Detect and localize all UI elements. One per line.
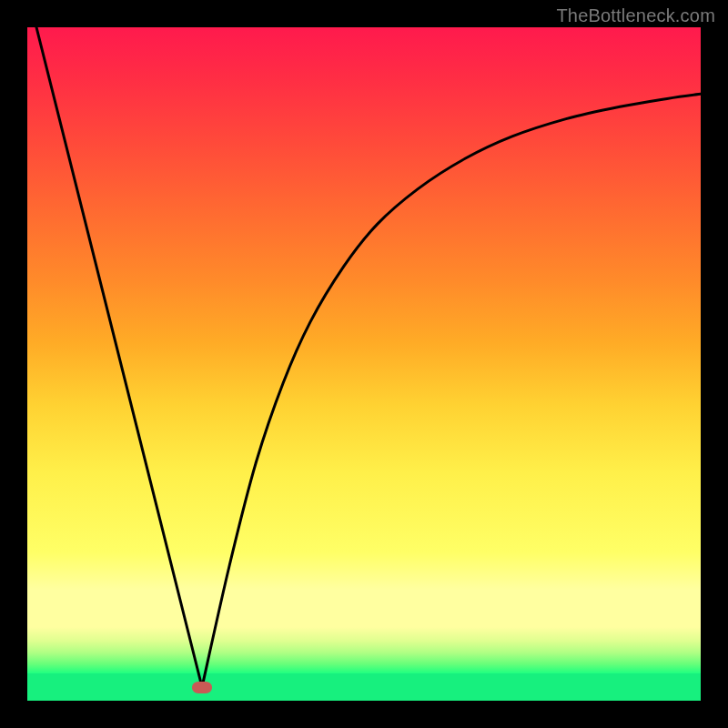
- bottleneck-curve: [27, 27, 701, 701]
- curve-left-branch: [36, 27, 202, 687]
- watermark-text: TheBottleneck.com: [556, 5, 715, 26]
- chart-frame: TheBottleneck.com: [0, 0, 728, 728]
- minimum-marker: [192, 682, 212, 693]
- curve-right-branch: [202, 94, 701, 687]
- plot-area: [27, 27, 701, 701]
